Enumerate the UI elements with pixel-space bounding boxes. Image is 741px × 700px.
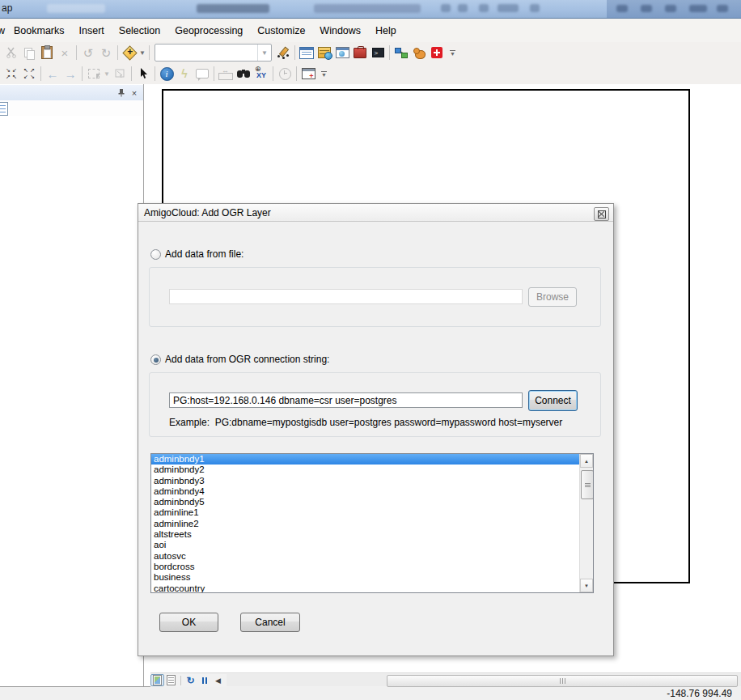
toolbar-separator: [180, 676, 181, 685]
scroll-left-arrow[interactable]: ◀: [211, 674, 225, 686]
layout-view-button[interactable]: [164, 674, 178, 686]
find-icon[interactable]: [235, 65, 252, 83]
blurred-ghost: [717, 5, 728, 12]
arcmap-window: ap w Bookmarks Insert Selection Geoproce…: [0, 0, 741, 700]
viewer-window-icon[interactable]: [299, 65, 317, 83]
amigocloud-icon[interactable]: [428, 44, 446, 62]
close-icon[interactable]: ×: [128, 87, 141, 99]
layer-list: adminbndy1adminbndy2adminbndy3adminbndy4…: [151, 454, 579, 592]
fixed-zoom-in-icon[interactable]: ↘↙↗↖: [2, 65, 20, 83]
menu-bookmarks[interactable]: Bookmarks: [6, 25, 72, 36]
list-by-drawing-order-icon[interactable]: [0, 102, 8, 116]
undo-icon[interactable]: ↺: [79, 44, 97, 62]
menu-customize[interactable]: Customize: [250, 25, 312, 36]
os-titlebar[interactable]: ap: [0, 0, 741, 19]
redo-icon[interactable]: ↻: [97, 44, 115, 62]
toc-panel-header[interactable]: ×: [0, 85, 143, 100]
toolbar-separator: [296, 66, 297, 81]
dialog-titlebar[interactable]: AmigoCloud: Add OGR Layer: [138, 204, 613, 222]
browse-button[interactable]: Browse: [528, 287, 577, 307]
delete-icon[interactable]: ×: [56, 44, 74, 62]
list-item[interactable]: autosvc: [151, 551, 579, 562]
add-from-ogr-radio[interactable]: [150, 354, 161, 365]
menu-windows[interactable]: Windows: [312, 25, 368, 36]
horizontal-scrollbar-thumb[interactable]: [387, 675, 738, 687]
go-forward-icon[interactable]: →: [61, 65, 79, 83]
copy-icon[interactable]: [20, 44, 38, 62]
menu-view-partial[interactable]: w: [0, 25, 6, 36]
clear-selection-icon[interactable]: [111, 65, 129, 83]
close-icon: [598, 210, 606, 218]
html-popup-icon[interactable]: [193, 65, 211, 83]
tools-toolbar: ↘↙↗↖ ↖↗↙↘ ← → ▼ i ϟ XY: [0, 63, 741, 84]
time-slider-icon[interactable]: [276, 65, 294, 83]
scroll-down-arrow[interactable]: ▼: [580, 579, 593, 592]
list-item[interactable]: adminline2: [151, 519, 579, 529]
scroll-up-arrow[interactable]: ▲: [580, 454, 593, 468]
ok-button[interactable]: OK: [159, 613, 218, 632]
statusbar: -148.76 994.49: [0, 687, 741, 700]
connect-button[interactable]: Connect: [528, 390, 578, 411]
data-view-button[interactable]: [150, 674, 164, 686]
model-builder-icon[interactable]: [392, 44, 410, 62]
list-item[interactable]: adminbndy5: [151, 497, 579, 507]
list-item[interactable]: cartocountry: [151, 583, 579, 593]
hyperlink-icon[interactable]: ϟ: [176, 65, 193, 83]
cut-icon[interactable]: [2, 44, 20, 62]
add-data-dropdown-icon[interactable]: ▼: [138, 49, 146, 57]
listbox-scrollbar[interactable]: ▲ ▼: [579, 454, 593, 592]
coordinate-readout: -148.76 994.49: [667, 688, 732, 699]
layer-listbox[interactable]: adminbndy1adminbndy2adminbndy3adminbndy4…: [150, 453, 594, 593]
search-window-icon[interactable]: [333, 44, 351, 62]
toolbar-separator: [389, 45, 390, 60]
list-item[interactable]: adminbndy2: [151, 465, 579, 475]
python-window-icon[interactable]: >: [369, 44, 387, 62]
toolbar-overflow-icon[interactable]: ▼: [447, 50, 458, 56]
menu-help[interactable]: Help: [368, 25, 404, 36]
arctoolbox-icon[interactable]: [351, 44, 369, 62]
list-item[interactable]: bordcross: [151, 562, 579, 572]
horizontal-scrollbar[interactable]: [227, 674, 741, 686]
table-of-contents-icon[interactable]: [298, 44, 315, 62]
toolbar-separator: [155, 66, 155, 81]
go-back-icon[interactable]: ←: [44, 65, 61, 83]
list-item[interactable]: altstreets: [151, 529, 579, 540]
list-item[interactable]: adminbndy3: [151, 476, 579, 486]
menu-geoprocessing[interactable]: Geoprocessing: [167, 25, 250, 36]
list-item[interactable]: aoi: [151, 540, 579, 550]
pin-icon[interactable]: [115, 87, 128, 99]
list-item[interactable]: adminbndy4: [151, 486, 579, 497]
toolbar-overflow-icon[interactable]: ▼: [319, 71, 329, 77]
connection-string-input[interactable]: [169, 392, 523, 408]
fixed-zoom-out-icon[interactable]: ↖↗↙↘: [20, 65, 38, 83]
dialog-close-button[interactable]: [594, 207, 609, 221]
list-item[interactable]: adminbndy1: [151, 454, 594, 465]
go-to-xy-icon[interactable]: XY: [252, 65, 270, 83]
select-features-dropdown-icon[interactable]: ▼: [103, 70, 111, 78]
blurred-ghost: [441, 4, 451, 12]
refresh-icon[interactable]: ↻: [184, 674, 197, 686]
list-item[interactable]: adminline1: [151, 507, 579, 518]
menu-selection[interactable]: Selection: [112, 25, 167, 36]
cancel-button[interactable]: Cancel: [240, 613, 300, 632]
add-data-icon[interactable]: [121, 44, 138, 62]
combo-dropdown-icon[interactable]: ▼: [257, 45, 271, 61]
add-from-file-radio[interactable]: [150, 249, 161, 260]
mascot-icon[interactable]: [410, 44, 428, 62]
select-features-icon[interactable]: [85, 65, 103, 83]
blurred-ghost: [314, 4, 421, 13]
pause-drawing-icon[interactable]: [197, 674, 211, 686]
blurred-ghost: [530, 4, 540, 12]
identify-icon[interactable]: i: [158, 65, 176, 83]
catalog-icon[interactable]: [315, 44, 333, 62]
file-path-input[interactable]: [169, 289, 523, 304]
blurred-ghost: [479, 4, 489, 12]
list-item[interactable]: business: [151, 572, 579, 583]
scale-combo[interactable]: ▼: [155, 44, 272, 62]
select-elements-icon[interactable]: [134, 65, 152, 83]
menu-insert[interactable]: Insert: [72, 25, 112, 36]
edit-sketch-icon[interactable]: [274, 44, 292, 62]
scrollbar-thumb[interactable]: [581, 470, 594, 499]
measure-icon[interactable]: [217, 65, 235, 83]
paste-icon[interactable]: [38, 44, 56, 62]
